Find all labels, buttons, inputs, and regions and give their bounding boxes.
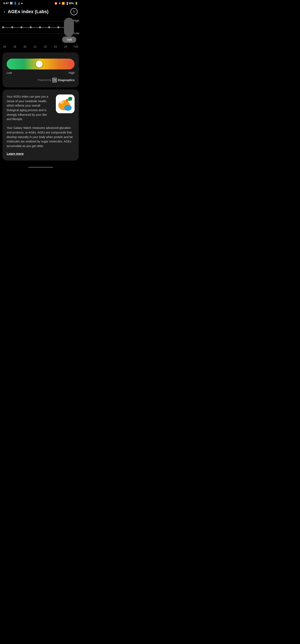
info-bottom-text: Your Galaxy Watch measures advanced glyc…: [7, 126, 75, 148]
diagnoptics-icon: [52, 78, 57, 82]
blob-red: [66, 99, 68, 102]
svg-rect-2: [53, 80, 54, 81]
diagnoptics-svg-icon: [53, 78, 56, 82]
tooltip-date-label: 7/25: [62, 36, 76, 43]
gradient-bar-container: Low High: [7, 58, 75, 74]
info-button[interactable]: i: [70, 8, 77, 15]
chart-high-label: High: [73, 19, 79, 22]
status-left: 5:47 🖼 👤 △ ●: [3, 2, 23, 5]
status-right: ⏰ ✶ 📶 ▐ 80% 🔋: [54, 2, 78, 5]
chart-section: High Low 7/25 18 19 20 21 22 23 24 7/25: [0, 17, 81, 50]
header-left: ‹ AGEs index (Labs): [4, 9, 48, 14]
info-top-text: Your AGEs index can give you a sense of …: [7, 94, 52, 122]
x-label-3: 21: [31, 45, 39, 48]
gallery-icon: 🖼: [10, 2, 12, 5]
diagnoptics-logo: Diagnoptics: [52, 78, 75, 82]
x-label-1: 19: [11, 45, 18, 48]
learn-more-link[interactable]: Learn more: [7, 152, 24, 155]
blob-dark-green: [68, 97, 72, 101]
alarm-icon: ⏰: [54, 2, 57, 5]
x-label-7: 7/25: [72, 45, 80, 48]
signal-icon: ▐: [66, 2, 68, 5]
app-icon: [56, 94, 75, 113]
tooltip-bubble: [64, 18, 74, 36]
gradient-indicator: [36, 61, 42, 67]
bluetooth-icon: ✶: [58, 2, 61, 5]
dot-2: [11, 26, 13, 28]
powered-by-text: Powered by: [38, 78, 51, 82]
gauge-card: Low High Powered by Diagnoptics: [2, 52, 79, 88]
x-axis: 18 19 20 21 22 23 24 7/25: [0, 45, 81, 48]
gradient-bar: [7, 58, 75, 70]
svg-rect-0: [53, 79, 54, 80]
person-icon: 👤: [13, 2, 17, 5]
low-dotted-line: [0, 34, 69, 34]
status-bar: 5:47 🖼 👤 △ ● ⏰ ✶ 📶 ▐ 80% 🔋: [0, 0, 81, 6]
home-bar: [0, 163, 81, 170]
bar-high-label: High: [68, 71, 75, 74]
dot-3: [20, 26, 22, 28]
info-card-top: Your AGEs index can give you a sense of …: [7, 94, 75, 122]
x-label-2: 20: [21, 45, 29, 48]
blob-blue: [64, 105, 72, 111]
bar-low-label: Low: [7, 71, 12, 74]
x-label-0: 18: [1, 45, 8, 48]
wifi-icon: 📶: [62, 2, 65, 5]
timeline-dots: [2, 26, 70, 29]
x-label-4: 22: [41, 45, 49, 48]
chart-area: High Low 7/25: [0, 17, 81, 44]
battery-display: 80%: [69, 2, 74, 5]
svg-rect-1: [55, 79, 56, 80]
powered-by-section: Powered by Diagnoptics: [7, 78, 75, 82]
drive-icon: △: [18, 2, 20, 5]
high-dotted-line: [0, 21, 69, 21]
dot-6: [48, 26, 50, 28]
brand-name: Diagnoptics: [58, 78, 75, 82]
bar-labels: Low High: [7, 71, 75, 74]
dot-1: [2, 26, 4, 28]
info-card: Your AGEs index can give you a sense of …: [2, 90, 79, 160]
dot-7: [57, 26, 59, 28]
x-label-5: 23: [52, 45, 59, 48]
page-title: AGEs index (Labs): [8, 9, 48, 14]
chart-low-label: Low: [74, 32, 79, 35]
back-button[interactable]: ‹: [4, 10, 5, 14]
battery-icon: 🔋: [75, 2, 78, 5]
dot-4: [29, 26, 32, 28]
dot-5: [39, 26, 41, 28]
svg-rect-3: [55, 80, 56, 81]
time-display: 5:47: [3, 2, 9, 5]
x-label-6: 24: [62, 45, 69, 48]
home-indicator: [28, 167, 53, 168]
dot-icon: ●: [21, 2, 23, 5]
page-header: ‹ AGEs index (Labs) i: [0, 6, 81, 17]
